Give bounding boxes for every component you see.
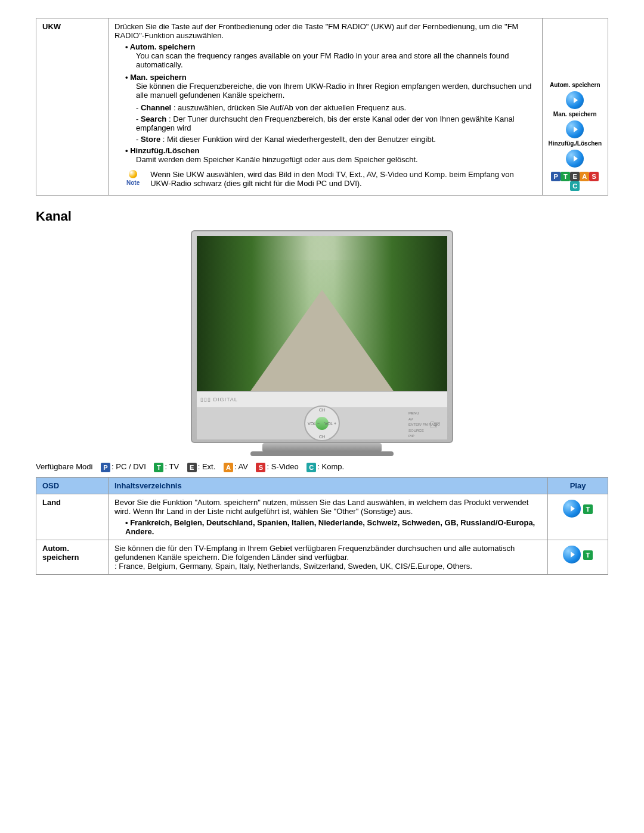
- osd-header-row: OSD Inhaltsverzeichnis Play: [36, 477, 608, 494]
- badge-p: P: [551, 172, 561, 181]
- badge-t: T: [561, 172, 570, 181]
- tv-illustration: ▯▯▯ DIGITAL CH CH VOL − VOL + MENU AV EN…: [36, 230, 608, 456]
- note-label: Note: [126, 179, 140, 186]
- tv-control-ring[interactable]: CH CH VOL − VOL +: [304, 405, 340, 441]
- badge-s: S: [589, 172, 599, 181]
- row-land-body: Bevor Sie die Funktion "Autom. speichern…: [114, 498, 528, 516]
- row-autom-body: Sie können die für den TV-Empfang in Ihr…: [114, 544, 515, 562]
- sidebar-hinz-play-icon[interactable]: [566, 150, 584, 168]
- ukw-table: UKW Drücken Sie die Taste auf der Frontb…: [36, 18, 608, 196]
- mode-badge-p: P: [101, 463, 110, 472]
- sidebar-man-label: Man. speichern: [549, 111, 602, 117]
- badge-c: C: [570, 181, 580, 191]
- row-autom-label: Autom. speichern: [36, 540, 109, 574]
- osd-header-osd: OSD: [36, 477, 109, 494]
- autom-speichern-body: You can scan the frequency ranges availa…: [136, 51, 536, 69]
- mode-badge-s: S: [256, 463, 265, 472]
- row-autom-play-cell: T: [548, 540, 608, 574]
- tv-logo: ▯▯▯ DIGITAL: [200, 397, 238, 402]
- sidebar-autom-label: Autom. speichern: [549, 82, 602, 88]
- mode-badge-t: T: [154, 463, 163, 472]
- ukw-intro: Drücken Sie die Taste auf der Frontbedie…: [114, 22, 536, 40]
- sidebar-man-play-icon[interactable]: [566, 120, 584, 138]
- osd-header-inhalt: Inhaltsverzeichnis: [109, 477, 548, 494]
- row-land-body-cell: Bevor Sie die Funktion "Autom. speichern…: [109, 494, 548, 540]
- autom-play-icon[interactable]: [563, 546, 581, 563]
- row-land-countries: • Frankreich, Belgien, Deutschland, Span…: [125, 518, 541, 536]
- note-row: Note Wenn Sie UKW auswählen, wird das Bi…: [114, 170, 536, 191]
- sidebar-autom-play-icon[interactable]: [566, 91, 584, 109]
- badge-a: A: [580, 172, 589, 181]
- sidebar-hinz-label: Hinzufüg./Löschen: [549, 140, 602, 147]
- ukw-label: UKW: [36, 18, 109, 196]
- man-store: - Store : Mit dieser Funktion wird der K…: [136, 135, 536, 144]
- man-channel: - Channel : auszuwählen, drücken Sie Auf…: [136, 103, 536, 112]
- row-land-label: Land: [36, 494, 109, 540]
- tv-screen: [197, 236, 447, 391]
- ukw-sidebar-cell: Autom. speichern Man. speichern Hinzufüg…: [542, 18, 608, 196]
- row-autom-body-cell: Sie können die für den TV-Empfang in Ihr…: [109, 540, 548, 574]
- man-search: - Search : Der Tuner durchsucht den Freq…: [136, 114, 536, 132]
- land-badge-t: T: [583, 504, 593, 514]
- vol-up-label: VOL +: [324, 422, 336, 426]
- man-speichern-title: • Man. speichern: [125, 73, 536, 82]
- ch-down-label: CH: [319, 435, 325, 439]
- badge-e: E: [570, 172, 580, 181]
- modes-label: Verfügbare Modi: [36, 462, 92, 471]
- vol-down-label: VOL −: [308, 422, 320, 426]
- ch-up-label: CH: [319, 408, 325, 412]
- mode-badge-c: C: [306, 463, 316, 472]
- row-land-play-cell: T: [548, 494, 608, 540]
- pushpin-icon: [129, 170, 137, 178]
- available-modes-line: Verfügbare Modi P: PC / DVI T: TV E: Ext…: [36, 462, 608, 472]
- ukw-description-cell: Drücken Sie die Taste auf der Frontbedie…: [109, 18, 543, 196]
- tv-side-buttons: MENU AV ENTER/ FM RADIO SOURCE PIP ☞: [408, 411, 440, 439]
- note-text: Wenn Sie UKW auswählen, wird das Bild in…: [150, 170, 535, 188]
- osd-header-play: Play: [548, 477, 608, 494]
- note-icon: Note: [126, 170, 140, 191]
- mode-badge-a: A: [224, 463, 233, 472]
- pointing-hand-icon: ☞: [429, 414, 441, 435]
- hinzufuegen-title: • Hinzufüg./Löschen: [125, 146, 536, 155]
- kanal-heading: Kanal: [36, 209, 608, 224]
- row-autom-list: : France, Belgium, Germany, Spain, Italy…: [114, 562, 541, 571]
- land-play-icon[interactable]: [563, 500, 581, 518]
- osd-table: OSD Inhaltsverzeichnis Play Land Bevor S…: [36, 477, 608, 575]
- sidebar-badge-row: PTEASC: [549, 172, 602, 191]
- autom-badge-t: T: [583, 550, 593, 560]
- man-speichern-body: Sie können die Frequenzbereiche, die von…: [136, 82, 536, 100]
- autom-speichern-title: • Autom. speichern: [125, 42, 536, 51]
- hinzufuegen-body: Damit werden dem Speicher Kanäle hinzuge…: [136, 155, 536, 164]
- mode-badge-e: E: [187, 463, 197, 472]
